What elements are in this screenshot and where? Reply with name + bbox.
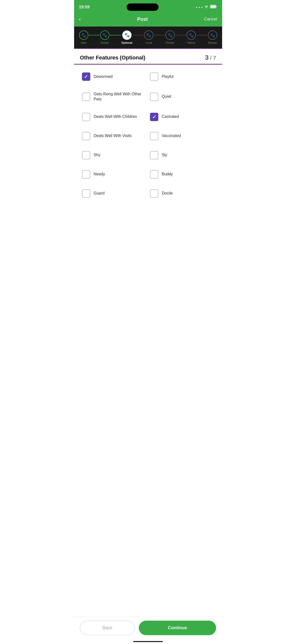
- checkbox-item-gets-along-well[interactable]: Gets Along Well With Other Pets: [80, 86, 148, 107]
- nav-title: Post: [137, 16, 148, 22]
- step-circle-videos: 🐾: [187, 30, 196, 40]
- checkbox-item-deals-children[interactable]: Deals Well With Children: [80, 107, 148, 126]
- counter-separator: /: [209, 55, 213, 61]
- step-label-data: Data: [81, 41, 86, 44]
- step-line-1: [89, 35, 100, 35]
- step-label-videos: Videos: [187, 41, 195, 44]
- step-label-review: Review: [208, 41, 217, 44]
- checkbox-dewormed[interactable]: [82, 72, 90, 81]
- checkbox-gets-along-well[interactable]: [82, 92, 90, 101]
- checkbox-label-deals-visits: Deals Well With Visits: [94, 133, 132, 138]
- dynamic-island: [127, 4, 159, 11]
- svg-rect-2: [216, 6, 217, 7]
- wifi-icon: [204, 5, 209, 9]
- checkbox-docile[interactable]: [150, 189, 158, 198]
- checkbox-item-deals-visits[interactable]: Deals Well With Visits: [80, 126, 148, 146]
- checkbox-playful[interactable]: [150, 72, 158, 81]
- counter-total: 7: [213, 55, 216, 61]
- checkbox-grid: DewormedPlayfulGets Along Well With Othe…: [80, 67, 216, 203]
- step-circle-data: 🐾: [79, 30, 88, 40]
- steps-bar: 🐾 Data 🐾 Details 🐾 Optional 🐾 Local: [74, 26, 222, 48]
- checkbox-label-dewormed: Dewormed: [94, 74, 113, 79]
- step-data[interactable]: 🐾 Data: [79, 30, 88, 44]
- step-line-6: [196, 35, 207, 35]
- step-local[interactable]: 🐾 Local: [144, 30, 153, 44]
- checkbox-sly[interactable]: [150, 151, 158, 160]
- checkbox-shy[interactable]: [82, 151, 90, 160]
- checkbox-label-quiet: Quiet: [162, 94, 171, 99]
- status-bar: 19:59 ● ● ●: [74, 0, 222, 13]
- step-circle-details: 🐾: [100, 30, 109, 40]
- steps-container: 🐾 Data 🐾 Details 🐾 Optional 🐾 Local: [77, 30, 220, 44]
- page-title: Other Features (Optional): [80, 54, 145, 61]
- checkbox-item-guard[interactable]: Guard: [80, 184, 148, 203]
- step-review[interactable]: 🐾 Review: [208, 30, 217, 44]
- battery-icon: [210, 5, 217, 9]
- checkbox-deals-children[interactable]: [82, 113, 90, 121]
- checkbox-label-vaccinated: Vaccinated: [162, 133, 181, 138]
- checkbox-vaccinated[interactable]: [150, 132, 158, 140]
- checkbox-label-shy: Shy: [94, 152, 101, 158]
- checkbox-deals-visits[interactable]: [82, 132, 90, 140]
- step-label-photos: Photos: [166, 41, 174, 44]
- checkbox-item-needy[interactable]: Needy: [80, 165, 148, 184]
- checkbox-guard[interactable]: [82, 189, 90, 198]
- status-time: 19:59: [79, 5, 90, 10]
- step-videos[interactable]: 🐾 Videos: [187, 30, 196, 44]
- step-photos[interactable]: 🐾 Photos: [165, 30, 175, 44]
- signal-icon: ● ● ●: [196, 6, 203, 8]
- page-header: Other Features (Optional) 3 / 7: [74, 49, 222, 64]
- checkbox-label-deals-children: Deals Well With Children: [94, 114, 137, 119]
- checkbox-label-buddy: Buddy: [162, 172, 173, 177]
- step-optional[interactable]: 🐾 Optional: [121, 30, 132, 44]
- checkbox-needy[interactable]: [82, 170, 90, 178]
- checkbox-label-gets-along-well: Gets Along Well With Other Pets: [94, 92, 146, 102]
- step-circle-optional: 🐾: [122, 30, 132, 40]
- step-line-2: [110, 35, 121, 35]
- step-circle-local: 🐾: [144, 30, 153, 40]
- checkbox-buddy[interactable]: [150, 170, 158, 178]
- step-line-3: [133, 35, 144, 35]
- step-label-local: Local: [146, 41, 152, 44]
- checkbox-quiet[interactable]: [150, 92, 158, 101]
- status-icons: ● ● ●: [196, 5, 217, 9]
- checkbox-item-sly[interactable]: Sly: [148, 146, 216, 165]
- svg-rect-1: [211, 6, 216, 8]
- checkbox-item-shy[interactable]: Shy: [80, 146, 148, 165]
- counter-current: 3: [205, 54, 208, 61]
- checkbox-label-docile: Docile: [162, 191, 173, 196]
- content-area: DewormedPlayfulGets Along Well With Othe…: [74, 64, 222, 232]
- step-label-details: Details: [101, 41, 109, 44]
- back-button[interactable]: ‹: [79, 16, 81, 22]
- checkbox-item-playful[interactable]: Playful: [148, 67, 216, 86]
- checkbox-label-playful: Playful: [162, 74, 174, 79]
- checkbox-item-buddy[interactable]: Buddy: [148, 165, 216, 184]
- step-circle-photos: 🐾: [165, 30, 175, 40]
- checkbox-item-castrated[interactable]: Castrated: [148, 107, 216, 126]
- step-details[interactable]: 🐾 Details: [100, 30, 109, 44]
- step-line-4: [154, 35, 165, 35]
- checkbox-item-dewormed[interactable]: Dewormed: [80, 67, 148, 86]
- checkbox-item-vaccinated[interactable]: Vaccinated: [148, 126, 216, 146]
- step-line-5: [175, 35, 186, 35]
- nav-bar: ‹ Post Cancel: [74, 13, 222, 26]
- checkbox-castrated[interactable]: [150, 113, 158, 121]
- checkbox-label-castrated: Castrated: [162, 114, 179, 119]
- checkbox-label-guard: Guard: [94, 191, 105, 196]
- checkbox-item-quiet[interactable]: Quiet: [148, 86, 216, 107]
- step-label-optional: Optional: [121, 41, 132, 44]
- page-counter: 3 / 7: [205, 54, 216, 62]
- cancel-button[interactable]: Cancel: [204, 17, 217, 22]
- checkbox-label-needy: Needy: [94, 172, 105, 177]
- step-circle-review: 🐾: [208, 30, 217, 40]
- checkbox-item-docile[interactable]: Docile: [148, 184, 216, 203]
- checkbox-label-sly: Sly: [162, 152, 167, 158]
